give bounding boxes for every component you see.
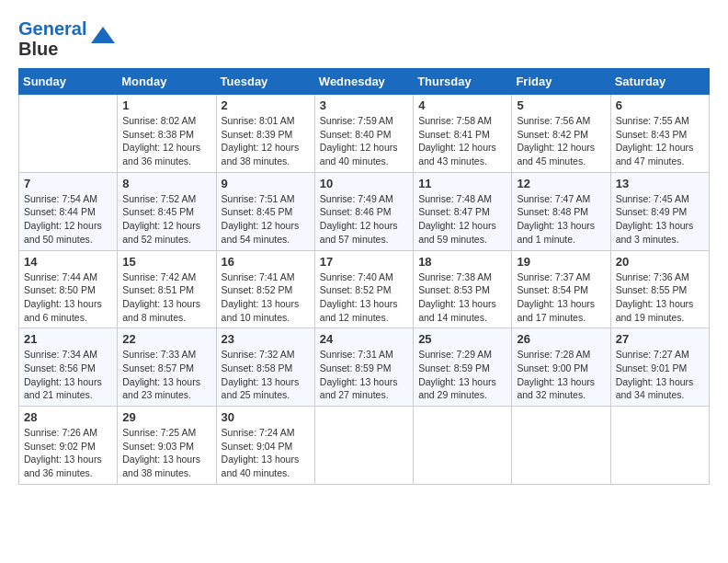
header-day-monday: Monday: [118, 69, 216, 95]
day-info: Sunrise: 7:54 AM Sunset: 8:44 PM Dayligh…: [24, 192, 112, 247]
header-day-sunday: Sunday: [19, 69, 118, 95]
calendar-cell: 21Sunrise: 7:34 AM Sunset: 8:56 PM Dayli…: [19, 328, 118, 407]
calendar-table: SundayMondayTuesdayWednesdayThursdayFrid…: [18, 68, 710, 485]
day-number: 2: [222, 98, 310, 112]
calendar-cell: 15Sunrise: 7:42 AM Sunset: 8:51 PM Dayli…: [118, 250, 216, 328]
day-number: 27: [616, 332, 704, 346]
header-row: SundayMondayTuesdayWednesdayThursdayFrid…: [19, 69, 710, 95]
day-number: 6: [616, 98, 704, 112]
calendar-cell: 30Sunrise: 7:24 AM Sunset: 9:04 PM Dayli…: [216, 407, 314, 485]
day-info: Sunrise: 7:52 AM Sunset: 8:45 PM Dayligh…: [122, 192, 210, 247]
calendar-cell: 8Sunrise: 7:52 AM Sunset: 8:45 PM Daylig…: [118, 172, 216, 250]
day-info: Sunrise: 7:37 AM Sunset: 8:54 PM Dayligh…: [517, 270, 605, 325]
day-number: 13: [616, 177, 704, 190]
day-info: Sunrise: 7:24 AM Sunset: 9:04 PM Dayligh…: [222, 426, 310, 480]
day-info: Sunrise: 7:55 AM Sunset: 8:43 PM Dayligh…: [616, 114, 704, 168]
day-number: 1: [122, 98, 210, 112]
day-info: Sunrise: 7:33 AM Sunset: 8:57 PM Dayligh…: [122, 348, 210, 402]
header-day-friday: Friday: [512, 69, 610, 95]
day-number: 15: [122, 255, 210, 269]
day-number: 19: [517, 255, 605, 269]
calendar-cell: 19Sunrise: 7:37 AM Sunset: 8:54 PM Dayli…: [512, 250, 610, 328]
day-number: 30: [222, 410, 310, 424]
calendar-cell: 5Sunrise: 7:56 AM Sunset: 8:42 PM Daylig…: [512, 95, 610, 173]
day-info: Sunrise: 7:32 AM Sunset: 8:58 PM Dayligh…: [222, 348, 310, 402]
day-info: Sunrise: 7:42 AM Sunset: 8:51 PM Dayligh…: [122, 270, 210, 325]
day-number: 16: [222, 255, 310, 269]
calendar-cell: 28Sunrise: 7:26 AM Sunset: 9:02 PM Dayli…: [19, 407, 118, 485]
day-number: 3: [320, 98, 408, 112]
week-row-5: 28Sunrise: 7:26 AM Sunset: 9:02 PM Dayli…: [19, 407, 710, 485]
day-number: 11: [418, 177, 506, 190]
day-number: 10: [320, 177, 408, 190]
header-day-saturday: Saturday: [610, 69, 709, 95]
logo-icon: [89, 25, 117, 52]
calendar-cell: 20Sunrise: 7:36 AM Sunset: 8:55 PM Dayli…: [610, 250, 709, 328]
week-row-2: 7Sunrise: 7:54 AM Sunset: 8:44 PM Daylig…: [19, 172, 710, 250]
calendar-cell: [512, 407, 610, 485]
day-number: 26: [517, 332, 605, 346]
day-info: Sunrise: 7:51 AM Sunset: 8:45 PM Dayligh…: [222, 192, 310, 247]
calendar-cell: 4Sunrise: 7:58 AM Sunset: 8:41 PM Daylig…: [414, 95, 512, 173]
day-number: 20: [616, 255, 704, 269]
svg-marker-0: [91, 27, 115, 43]
day-info: Sunrise: 7:36 AM Sunset: 8:55 PM Dayligh…: [616, 270, 704, 325]
calendar-cell: 10Sunrise: 7:49 AM Sunset: 8:46 PM Dayli…: [314, 172, 413, 250]
calendar-cell: 26Sunrise: 7:28 AM Sunset: 9:00 PM Dayli…: [512, 328, 610, 407]
calendar-cell: 16Sunrise: 7:41 AM Sunset: 8:52 PM Dayli…: [216, 250, 314, 328]
calendar-cell: [610, 407, 709, 485]
calendar-cell: 3Sunrise: 7:59 AM Sunset: 8:40 PM Daylig…: [314, 95, 413, 173]
header-day-thursday: Thursday: [414, 69, 512, 95]
day-number: 7: [24, 177, 112, 190]
day-number: 14: [24, 255, 112, 269]
calendar-cell: 29Sunrise: 7:25 AM Sunset: 9:03 PM Dayli…: [118, 407, 216, 485]
day-info: Sunrise: 7:26 AM Sunset: 9:02 PM Dayligh…: [24, 426, 112, 480]
calendar-cell: [414, 407, 512, 485]
day-number: 28: [24, 410, 112, 424]
day-number: 8: [122, 177, 210, 190]
day-info: Sunrise: 7:44 AM Sunset: 8:50 PM Dayligh…: [24, 270, 112, 325]
calendar-cell: 24Sunrise: 7:31 AM Sunset: 8:59 PM Dayli…: [314, 328, 413, 407]
day-info: Sunrise: 8:02 AM Sunset: 8:38 PM Dayligh…: [122, 114, 210, 168]
week-row-4: 21Sunrise: 7:34 AM Sunset: 8:56 PM Dayli…: [19, 328, 710, 407]
calendar-cell: [314, 407, 413, 485]
page-header: GeneralBlue: [18, 18, 710, 59]
day-number: 24: [320, 332, 408, 346]
day-info: Sunrise: 7:58 AM Sunset: 8:41 PM Dayligh…: [418, 114, 506, 168]
calendar-cell: 23Sunrise: 7:32 AM Sunset: 8:58 PM Dayli…: [216, 328, 314, 407]
day-info: Sunrise: 7:41 AM Sunset: 8:52 PM Dayligh…: [222, 270, 310, 325]
day-info: Sunrise: 7:48 AM Sunset: 8:47 PM Dayligh…: [418, 192, 506, 247]
calendar-cell: 14Sunrise: 7:44 AM Sunset: 8:50 PM Dayli…: [19, 250, 118, 328]
day-number: 4: [418, 98, 506, 112]
day-number: 18: [418, 255, 506, 269]
day-number: 29: [122, 410, 210, 424]
day-info: Sunrise: 7:49 AM Sunset: 8:46 PM Dayligh…: [320, 192, 408, 247]
day-info: Sunrise: 7:40 AM Sunset: 8:52 PM Dayligh…: [320, 270, 408, 325]
calendar-cell: 6Sunrise: 7:55 AM Sunset: 8:43 PM Daylig…: [610, 95, 709, 173]
logo-text: GeneralBlue: [18, 18, 86, 59]
day-number: 5: [517, 98, 605, 112]
day-info: Sunrise: 7:47 AM Sunset: 8:48 PM Dayligh…: [517, 192, 605, 247]
calendar-cell: 27Sunrise: 7:27 AM Sunset: 9:01 PM Dayli…: [610, 328, 709, 407]
calendar-cell: 1Sunrise: 8:02 AM Sunset: 8:38 PM Daylig…: [118, 95, 216, 173]
calendar-cell: 25Sunrise: 7:29 AM Sunset: 8:59 PM Dayli…: [414, 328, 512, 407]
calendar-cell: [19, 95, 118, 173]
day-info: Sunrise: 7:25 AM Sunset: 9:03 PM Dayligh…: [122, 426, 210, 480]
calendar-cell: 7Sunrise: 7:54 AM Sunset: 8:44 PM Daylig…: [19, 172, 118, 250]
calendar-cell: 18Sunrise: 7:38 AM Sunset: 8:53 PM Dayli…: [414, 250, 512, 328]
logo: GeneralBlue: [18, 18, 117, 59]
calendar-cell: 13Sunrise: 7:45 AM Sunset: 8:49 PM Dayli…: [610, 172, 709, 250]
day-number: 21: [24, 332, 112, 346]
day-number: 12: [517, 177, 605, 190]
day-number: 25: [418, 332, 506, 346]
calendar-cell: 12Sunrise: 7:47 AM Sunset: 8:48 PM Dayli…: [512, 172, 610, 250]
week-row-3: 14Sunrise: 7:44 AM Sunset: 8:50 PM Dayli…: [19, 250, 710, 328]
day-number: 9: [222, 177, 310, 190]
day-info: Sunrise: 7:27 AM Sunset: 9:01 PM Dayligh…: [616, 348, 704, 402]
calendar-cell: 17Sunrise: 7:40 AM Sunset: 8:52 PM Dayli…: [314, 250, 413, 328]
header-day-tuesday: Tuesday: [216, 69, 314, 95]
week-row-1: 1Sunrise: 8:02 AM Sunset: 8:38 PM Daylig…: [19, 95, 710, 173]
day-info: Sunrise: 7:34 AM Sunset: 8:56 PM Dayligh…: [24, 348, 112, 402]
header-day-wednesday: Wednesday: [314, 69, 413, 95]
day-info: Sunrise: 8:01 AM Sunset: 8:39 PM Dayligh…: [222, 114, 310, 168]
